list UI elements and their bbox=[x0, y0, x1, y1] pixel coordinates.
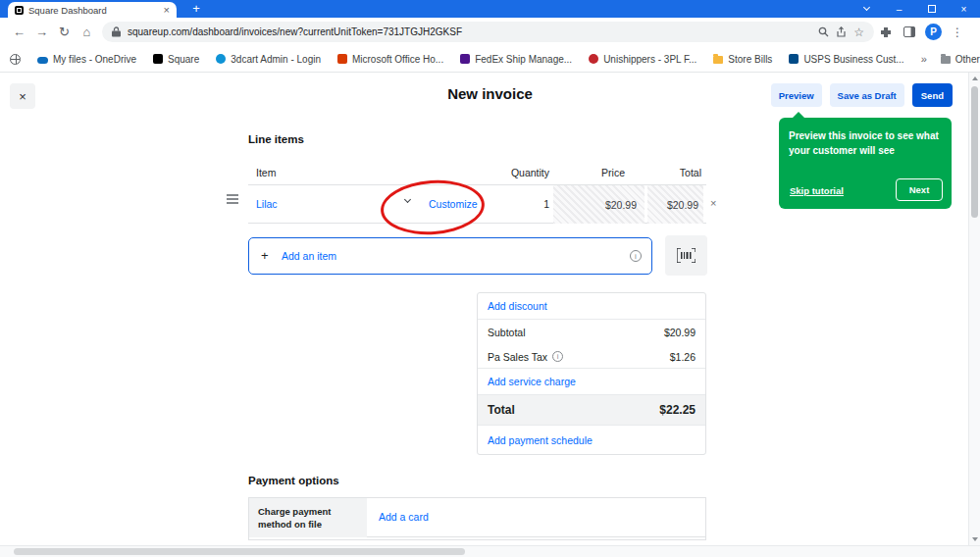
add-payment-schedule-row[interactable]: Add payment schedule bbox=[478, 426, 705, 454]
total-label: Total bbox=[488, 403, 515, 417]
info-icon[interactable]: i bbox=[630, 250, 642, 262]
bookmark-square[interactable]: Square bbox=[153, 54, 199, 65]
charge-method-row: Charge payment method on file Add a card bbox=[249, 498, 705, 537]
tax-row: Pa Sales Taxi $1.26 bbox=[478, 345, 705, 368]
add-payment-schedule-link[interactable]: Add payment schedule bbox=[488, 434, 593, 446]
new-tab-button[interactable]: + bbox=[188, 1, 204, 16]
add-discount-link[interactable]: Add discount bbox=[488, 300, 547, 312]
browser-menu-icon[interactable]: ⋮ bbox=[946, 25, 969, 39]
tab-close-icon[interactable]: × bbox=[164, 5, 170, 16]
lock-icon[interactable] bbox=[112, 26, 121, 37]
tax-value: $1.26 bbox=[670, 351, 696, 363]
send-button[interactable]: Send bbox=[912, 83, 953, 107]
add-discount-row[interactable]: Add discount bbox=[478, 293, 705, 320]
column-quantity: Quantity bbox=[490, 167, 549, 178]
tax-info-icon[interactable]: i bbox=[552, 351, 563, 362]
folder-icon bbox=[941, 56, 951, 64]
extensions-puzzle-icon[interactable] bbox=[874, 26, 898, 38]
3dcart-icon bbox=[216, 54, 226, 64]
column-item: Item bbox=[256, 167, 276, 178]
bookmark-star-icon[interactable]: ☆ bbox=[853, 25, 864, 39]
other-bookmarks-button[interactable]: Other bookmarks bbox=[941, 54, 980, 65]
line-items-heading: Line items bbox=[248, 133, 304, 145]
item-name-link[interactable]: Lilac bbox=[256, 198, 278, 210]
url-text: squareup.com/dashboard/invoices/new?curr… bbox=[128, 26, 811, 37]
remove-line-item-icon[interactable]: × bbox=[710, 197, 716, 209]
add-service-charge-row[interactable]: Add service charge bbox=[478, 368, 705, 395]
quantity-field[interactable]: 1 bbox=[490, 198, 549, 210]
drag-handle-icon[interactable] bbox=[227, 194, 238, 196]
bookmark-fedex[interactable]: FedEx Ship Manage... bbox=[460, 54, 572, 65]
total-cell: $20.99 bbox=[647, 185, 703, 224]
barcode-icon bbox=[677, 248, 696, 263]
add-item-placeholder: Add an item bbox=[282, 250, 336, 262]
add-service-charge-link[interactable]: Add service charge bbox=[488, 376, 576, 387]
square-favicon-icon bbox=[15, 6, 24, 15]
side-panel-icon[interactable] bbox=[898, 26, 921, 37]
save-as-draft-button[interactable]: Save as Draft bbox=[830, 83, 904, 107]
bookmark-store-bills[interactable]: Store Bills bbox=[713, 54, 772, 65]
browser-tab[interactable]: Square Dashboard × bbox=[8, 2, 177, 18]
tutorial-popup: Preview this invoice to see what your cu… bbox=[779, 118, 952, 209]
scroll-down-icon[interactable] bbox=[972, 537, 978, 541]
bookmark-label: FedEx Ship Manage... bbox=[475, 54, 572, 65]
tax-label: Pa Sales Tax bbox=[488, 351, 547, 363]
horizontal-scrollbar[interactable] bbox=[0, 545, 980, 557]
scroll-up-icon[interactable] bbox=[972, 76, 978, 80]
window-chevron-icon[interactable] bbox=[851, 0, 883, 18]
unishippers-icon bbox=[589, 54, 598, 64]
bookmark-label: Store Bills bbox=[728, 54, 772, 65]
subtotal-value: $20.99 bbox=[664, 327, 696, 338]
window-controls: – × bbox=[851, 0, 980, 18]
bookmarks-overflow-button[interactable]: » bbox=[921, 53, 927, 65]
bookmark-office[interactable]: Microsoft Office Ho... bbox=[337, 54, 443, 65]
price-cell: $20.99 bbox=[553, 185, 645, 224]
barcode-scan-button[interactable] bbox=[665, 235, 707, 276]
window-close-button[interactable]: × bbox=[948, 0, 980, 18]
add-a-card-link[interactable]: Add a card bbox=[379, 511, 429, 523]
globe-icon bbox=[10, 54, 21, 65]
search-lens-icon[interactable] bbox=[818, 26, 829, 37]
vertical-scrollbar[interactable] bbox=[968, 73, 980, 545]
header-actions: Preview Save as Draft Send bbox=[771, 83, 953, 107]
bookmark-usps[interactable]: USPS Business Cust... bbox=[789, 54, 903, 65]
square-icon bbox=[153, 54, 163, 64]
plus-icon: + bbox=[261, 248, 269, 263]
column-price: Price bbox=[566, 167, 625, 178]
maximize-icon bbox=[928, 5, 936, 13]
browser-titlebar: Square Dashboard × + – × bbox=[0, 0, 980, 18]
horizontal-scrollbar-thumb[interactable] bbox=[14, 548, 465, 555]
item-chevron-down-icon[interactable] bbox=[404, 196, 411, 203]
address-bar[interactable]: squareup.com/dashboard/invoices/new?curr… bbox=[102, 22, 874, 42]
maximize-button[interactable] bbox=[915, 0, 948, 18]
usps-icon bbox=[789, 54, 799, 64]
browser-toolbar: ← → ↻ ⌂ squareup.com/dashboard/invoices/… bbox=[0, 18, 980, 46]
preview-button[interactable]: Preview bbox=[771, 83, 822, 107]
add-item-input[interactable]: + Add an item i bbox=[248, 237, 652, 275]
bookmark-label: USPS Business Cust... bbox=[803, 54, 903, 65]
bookmark-3dcart[interactable]: 3dcart Admin - Login bbox=[216, 54, 321, 65]
total-row: Total $22.25 bbox=[478, 395, 705, 426]
share-icon[interactable] bbox=[836, 26, 847, 37]
subtotal-label: Subtotal bbox=[488, 327, 526, 338]
fedex-icon bbox=[460, 54, 470, 64]
forward-button[interactable]: → bbox=[30, 25, 53, 39]
bookmark-onedrive[interactable]: My files - OneDrive bbox=[37, 54, 136, 65]
bookmark-label: 3dcart Admin - Login bbox=[231, 54, 321, 65]
home-button[interactable]: ⌂ bbox=[76, 25, 98, 39]
tutorial-next-button[interactable]: Next bbox=[896, 178, 943, 201]
profile-avatar[interactable]: P bbox=[925, 24, 942, 40]
payment-options-heading: Payment options bbox=[248, 475, 339, 486]
minimize-button[interactable]: – bbox=[883, 0, 915, 18]
bookmark-label: My files - OneDrive bbox=[53, 54, 136, 65]
bookmark-unishippers[interactable]: Unishippers - 3PL F... bbox=[589, 54, 696, 65]
vertical-scrollbar-thumb[interactable] bbox=[971, 86, 978, 218]
back-button[interactable]: ← bbox=[8, 25, 30, 39]
tutorial-message: Preview this invoice to see what your cu… bbox=[789, 128, 942, 158]
invoice-page: × New invoice Preview Save as Draft Send… bbox=[0, 73, 980, 557]
bookmark-apps[interactable] bbox=[10, 54, 21, 65]
reload-button[interactable]: ↻ bbox=[53, 25, 76, 39]
customize-link[interactable]: Customize bbox=[429, 198, 478, 210]
charge-method-label: Charge payment method on file bbox=[249, 498, 367, 537]
skip-tutorial-link[interactable]: Skip tutorial bbox=[790, 185, 844, 196]
